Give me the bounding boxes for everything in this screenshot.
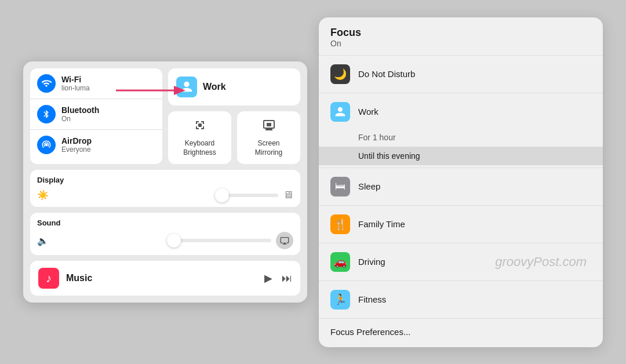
- driving-item[interactable]: 🚗 Driving groovyPost.com: [319, 246, 603, 278]
- work-focus-text: Work: [358, 107, 591, 117]
- sound-section: Sound 🔈: [30, 213, 300, 255]
- sound-slider-row: 🔈: [37, 232, 293, 249]
- driving-text: Driving: [358, 257, 487, 267]
- display-title: Display: [37, 176, 293, 184]
- work-until-this-evening[interactable]: Until this evening: [319, 147, 603, 165]
- display-slider-track[interactable]: [53, 194, 278, 197]
- screen-mirroring-label: Screen Mirroring: [255, 139, 282, 157]
- screen-mirroring-icon: [262, 118, 276, 136]
- focus-preferences-link[interactable]: Focus Preferences...: [319, 319, 603, 338]
- airdrop-text: AirDrop Everyone: [61, 136, 92, 154]
- focus-status: On: [330, 39, 591, 48]
- focus-panel: Focus On 🌙 Do Not Disturb Work For 1 hou…: [319, 17, 603, 347]
- airplay-button[interactable]: [276, 232, 293, 249]
- driving-name: Driving: [358, 257, 487, 267]
- work-section: Work For 1 hour Until this evening: [319, 93, 603, 168]
- focus-header: Focus On: [319, 27, 603, 56]
- family-time-text: Family Time: [358, 219, 591, 229]
- wifi-item[interactable]: Wi-Fi lion-luma: [30, 68, 162, 99]
- wifi-label: Wi-Fi: [61, 75, 90, 84]
- bluetooth-sub: On: [61, 115, 99, 123]
- brightness-icon: ☀️: [37, 190, 49, 201]
- work-focus-item[interactable]: Work: [319, 96, 603, 128]
- do-not-disturb-name: Do Not Disturb: [358, 69, 591, 79]
- fitness-text: Fitness: [358, 294, 591, 304]
- fitness-section: 🏃 Fitness: [319, 281, 603, 319]
- bluetooth-item[interactable]: Bluetooth On: [30, 99, 162, 130]
- watermark: groovyPost.com: [495, 254, 591, 270]
- airdrop-item[interactable]: AirDrop Everyone: [30, 130, 162, 160]
- sound-title: Sound: [37, 219, 293, 227]
- svg-rect-4: [267, 123, 271, 126]
- volume-icon: 🔈: [37, 235, 49, 246]
- svg-rect-3: [198, 123, 202, 127]
- bluetooth-icon: [37, 105, 56, 123]
- sleep-section: 🛏 Sleep: [319, 168, 603, 206]
- work-focus-name: Work: [358, 107, 591, 117]
- bluetooth-text: Bluetooth On: [61, 105, 99, 123]
- work-for-1-hour[interactable]: For 1 hour: [319, 128, 603, 147]
- do-not-disturb-text: Do Not Disturb: [358, 69, 591, 79]
- airdrop-icon: [37, 136, 56, 154]
- sound-slider-track[interactable]: [53, 239, 271, 242]
- wifi-icon: [37, 74, 56, 93]
- family-time-name: Family Time: [358, 219, 591, 229]
- work-focus-icon: [330, 102, 350, 122]
- top-row: Wi-Fi lion-luma Bluetooth On: [30, 68, 300, 164]
- sleep-item[interactable]: 🛏 Sleep: [319, 170, 603, 203]
- top-row-wrapper: Wi-Fi lion-luma Bluetooth On: [30, 68, 300, 164]
- work-label: Work: [203, 82, 226, 92]
- screen-mirroring-tile[interactable]: Screen Mirroring: [237, 111, 300, 164]
- music-app-icon: ♪: [38, 268, 59, 289]
- control-center: Wi-Fi lion-luma Bluetooth On: [23, 61, 307, 303]
- fitness-icon: 🏃: [330, 290, 350, 310]
- driving-section: 🚗 Driving groovyPost.com: [319, 243, 603, 281]
- keyboard-brightness-label: Keyboard Brightness: [183, 139, 216, 157]
- work-tile[interactable]: Work: [168, 68, 300, 105]
- display-slider-row: ☀️ 🖥: [37, 189, 293, 201]
- music-controls: ▶ ⏭: [264, 272, 292, 285]
- sound-slider-thumb[interactable]: [167, 234, 181, 247]
- focus-title: Focus: [330, 27, 591, 39]
- do-not-disturb-item[interactable]: 🌙 Do Not Disturb: [319, 58, 603, 90]
- family-time-section: 🍴 Family Time: [319, 206, 603, 243]
- airdrop-label: AirDrop: [61, 136, 92, 145]
- music-section: ♪ Music ▶ ⏭: [30, 261, 300, 296]
- sleep-name: Sleep: [358, 181, 591, 191]
- right-col: Work Keyboard Brightness: [168, 68, 300, 164]
- svg-point-2: [45, 144, 48, 147]
- work-icon: [176, 77, 197, 97]
- do-not-disturb-icon: 🌙: [330, 64, 350, 84]
- music-label: Music: [66, 273, 257, 283]
- display-section: Display ☀️ 🖥: [30, 170, 300, 207]
- do-not-disturb-section: 🌙 Do Not Disturb: [319, 56, 603, 93]
- keyboard-brightness-tile[interactable]: Keyboard Brightness: [168, 111, 231, 164]
- wifi-sub: lion-luma: [61, 84, 90, 92]
- network-group: Wi-Fi lion-luma Bluetooth On: [30, 68, 162, 164]
- bottom-tiles: Keyboard Brightness Screen: [168, 111, 300, 164]
- play-button[interactable]: ▶: [264, 272, 272, 285]
- sleep-icon: 🛏: [330, 177, 350, 196]
- display-slider-thumb[interactable]: [215, 188, 229, 202]
- wifi-text: Wi-Fi lion-luma: [61, 75, 90, 92]
- keyboard-brightness-icon: [193, 118, 207, 136]
- fitness-name: Fitness: [358, 294, 591, 304]
- family-time-icon: 🍴: [330, 214, 350, 234]
- sleep-text: Sleep: [358, 181, 591, 191]
- fitness-item[interactable]: 🏃 Fitness: [319, 283, 603, 316]
- display-monitor-icon: 🖥: [283, 189, 293, 201]
- driving-icon: 🚗: [330, 252, 350, 272]
- family-time-item[interactable]: 🍴 Family Time: [319, 208, 603, 241]
- bluetooth-label: Bluetooth: [61, 105, 99, 115]
- skip-button[interactable]: ⏭: [282, 272, 292, 285]
- airdrop-sub: Everyone: [61, 145, 92, 154]
